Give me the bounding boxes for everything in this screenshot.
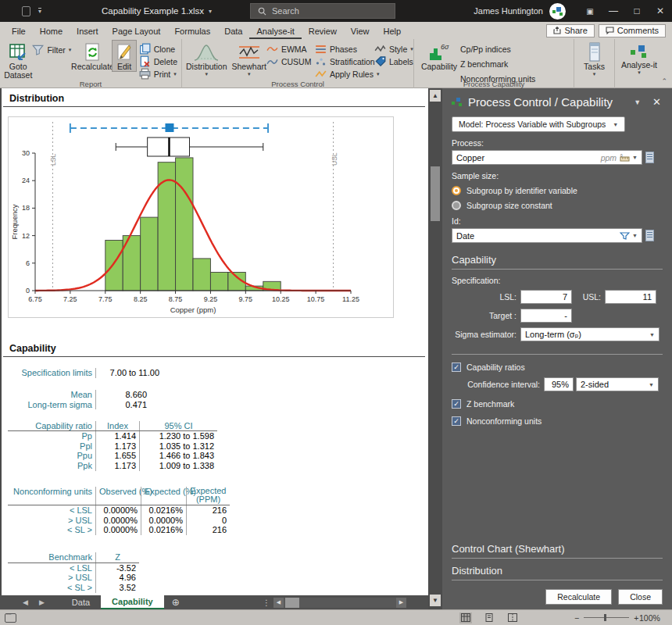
id-column-picker-icon[interactable] bbox=[645, 230, 654, 241]
sheet-nav-left-icon[interactable]: ◀ bbox=[17, 595, 34, 609]
page-layout-view-icon[interactable] bbox=[483, 612, 495, 623]
target-input[interactable]: - bbox=[520, 309, 572, 323]
window-title: Capability Example 1.xlsx ▾ bbox=[102, 0, 212, 22]
ribbon-tab-insert[interactable]: Insert bbox=[70, 24, 105, 39]
zoom-slider-knob[interactable] bbox=[604, 614, 606, 621]
search-box[interactable]: Search bbox=[250, 3, 395, 19]
analyse-it-button[interactable]: Analyse-it ▾ bbox=[619, 41, 659, 75]
control-chart-section-header[interactable]: Control Chart (Shewhart) bbox=[452, 543, 663, 559]
analyse-it-chevron-icon: ▾ bbox=[638, 70, 641, 75]
zoom-level[interactable]: 100% bbox=[639, 613, 660, 623]
hscroll-track[interactable] bbox=[284, 598, 396, 608]
ribbon-tab-view[interactable]: View bbox=[344, 24, 377, 39]
capability-ratios-checkbox-row[interactable]: ✓ Capability ratios bbox=[452, 362, 663, 372]
capability-button[interactable]: 6σ Capability bbox=[418, 41, 460, 71]
benchmark-table: BenchmarkZ< LSL-3.52> USL4.96< SL >3.52 bbox=[8, 552, 230, 594]
ribbon-tab-review[interactable]: Review bbox=[302, 24, 344, 39]
close-button[interactable]: ✕ bbox=[649, 0, 672, 22]
ribbon-tab-home[interactable]: Home bbox=[33, 24, 70, 39]
id-input[interactable]: Date ▼ bbox=[452, 228, 642, 243]
clone-button[interactable]: Clone bbox=[139, 43, 177, 55]
user-name[interactable]: James Huntington bbox=[474, 6, 543, 16]
cp-pp-indices-button[interactable]: Cp/Pp indices bbox=[460, 43, 551, 55]
apply-rules-button[interactable]: Apply Rules ▾ bbox=[315, 68, 374, 80]
radio-subgroup-identifier[interactable]: Subgroup by identifier variable bbox=[452, 186, 663, 195]
shewhart-button[interactable]: Shewhart ▾ bbox=[232, 41, 266, 77]
document-title[interactable]: Capability Example 1.xlsx bbox=[102, 6, 204, 16]
vertical-scrollbar[interactable]: ▲ ▼ bbox=[428, 88, 442, 609]
vertical-scroll-thumb[interactable] bbox=[431, 166, 440, 221]
sigma-estimator-dropdown[interactable]: Long-term (σₚ) ▼ bbox=[520, 327, 659, 341]
process-column-picker-icon[interactable] bbox=[645, 152, 654, 163]
radio-unselected-icon bbox=[452, 201, 461, 210]
distribution-pane-section-header[interactable]: Distribution bbox=[452, 565, 663, 580]
pane-close-button[interactable]: Close bbox=[618, 589, 663, 605]
hscroll-right-icon[interactable]: ▶ bbox=[396, 598, 406, 608]
z-benchmark-checkbox-row[interactable]: ✓ Z benchmark bbox=[452, 399, 663, 409]
ribbon-tab-formulas[interactable]: Formulas bbox=[167, 24, 217, 39]
page-break-view-icon[interactable] bbox=[506, 612, 519, 623]
cusum-button[interactable]: CUSUM bbox=[266, 55, 310, 67]
process-input[interactable]: Copper ppm 0 ▼ bbox=[452, 150, 642, 165]
distribution-button[interactable]: Distribution ▾ bbox=[186, 41, 227, 77]
normal-view-icon[interactable] bbox=[459, 612, 472, 623]
share-button[interactable]: Share bbox=[546, 24, 594, 38]
filter-button[interactable]: Filter ▾ bbox=[32, 44, 72, 55]
horizontal-scroll-thumb[interactable] bbox=[285, 598, 299, 608]
scroll-down-icon[interactable]: ▼ bbox=[430, 595, 441, 606]
z-benchmark-button[interactable]: Z benchmark bbox=[460, 58, 551, 70]
sheet-tab-capability[interactable]: Capability bbox=[101, 595, 164, 609]
zoom-slider[interactable] bbox=[584, 617, 629, 618]
radio-subgroup-constant[interactable]: Subgroup size constant bbox=[452, 201, 663, 210]
qat-customize-icon[interactable]: ▾ bbox=[38, 8, 41, 14]
title-chevron-icon[interactable]: ▾ bbox=[209, 8, 212, 15]
lsl-input[interactable]: 7 bbox=[520, 290, 572, 304]
ribbon-tab-file[interactable]: File bbox=[5, 24, 33, 39]
comments-button[interactable]: Comments bbox=[599, 24, 666, 38]
pane-options-chevron-icon[interactable]: ▼ bbox=[629, 98, 645, 106]
distribution-chart[interactable]: LSLUSL6.757.257.758.258.759.259.7510.251… bbox=[8, 116, 394, 318]
recalculate-button[interactable]: Recalculate bbox=[72, 41, 113, 71]
scroll-up-icon[interactable]: ▲ bbox=[430, 90, 441, 102]
stratification-button[interactable]: Stratification bbox=[315, 55, 374, 67]
ribbon-tab-data[interactable]: Data bbox=[217, 24, 249, 39]
minimize-button[interactable]: — bbox=[602, 0, 625, 22]
capability-pane-section[interactable]: Capability bbox=[452, 254, 663, 270]
maximize-button[interactable]: □ bbox=[625, 0, 649, 22]
pane-recalculate-button[interactable]: Recalculate bbox=[545, 589, 612, 605]
confidence-interval-input[interactable]: 95% bbox=[544, 377, 574, 391]
user-avatar[interactable] bbox=[549, 3, 566, 20]
goto-dataset-button[interactable]: Goto Dataset bbox=[4, 41, 32, 80]
accessibility-icon[interactable] bbox=[5, 613, 16, 623]
ribbon-display-options-button[interactable]: ▣ bbox=[578, 0, 602, 22]
ribbon-tab-analyse-it[interactable]: Analyse-it bbox=[249, 24, 301, 39]
confidence-sides-dropdown[interactable]: 2-sided ▼ bbox=[576, 377, 659, 391]
phases-button[interactable]: Phases bbox=[315, 43, 374, 55]
delete-button[interactable]: Delete bbox=[139, 55, 177, 67]
ewma-button[interactable]: EWMA bbox=[266, 43, 310, 55]
ribbon-tab-page-layout[interactable]: Page Layout bbox=[105, 24, 168, 39]
sheet-tab-data[interactable]: Data bbox=[61, 595, 101, 609]
pane-close-icon[interactable]: ✕ bbox=[651, 96, 663, 108]
print-button[interactable]: Print ▾ bbox=[139, 68, 177, 80]
zoom-in-icon[interactable]: + bbox=[634, 613, 638, 623]
sheet-nav-right-icon[interactable]: ▶ bbox=[34, 595, 50, 609]
usl-input[interactable]: 11 bbox=[605, 290, 656, 304]
title-bar: ▾ Capability Example 1.xlsx ▾ Search Jam… bbox=[0, 0, 672, 22]
zoom-out-icon[interactable]: − bbox=[574, 613, 579, 623]
add-sheet-icon[interactable]: ⊕ bbox=[164, 595, 188, 609]
model-dropdown[interactable]: Model: Process Variable with Subgroups ▼ bbox=[452, 116, 625, 132]
tasks-button[interactable]: Tasks ▾ bbox=[578, 41, 610, 77]
nonconforming-checkbox-row[interactable]: ✓ Nonconforming units bbox=[452, 416, 663, 426]
sheetbar-kebab-icon[interactable]: ⋮ bbox=[259, 595, 273, 609]
ribbon-tab-help[interactable]: Help bbox=[377, 24, 409, 39]
autosave-icon[interactable] bbox=[22, 6, 30, 16]
edit-button[interactable]: Edit bbox=[113, 41, 135, 71]
table-cell: 1.414 bbox=[95, 431, 139, 441]
hscroll-left-icon[interactable]: ◀ bbox=[273, 598, 284, 608]
horizontal-scrollbar[interactable]: ◀ ▶ bbox=[273, 595, 406, 609]
style-button[interactable]: Style ▾ bbox=[374, 43, 412, 55]
collapse-ribbon-icon[interactable]: ⌃ bbox=[661, 77, 667, 85]
labels-button[interactable]: Labels bbox=[374, 55, 412, 67]
table-header-cell: Benchmark bbox=[8, 552, 95, 562]
